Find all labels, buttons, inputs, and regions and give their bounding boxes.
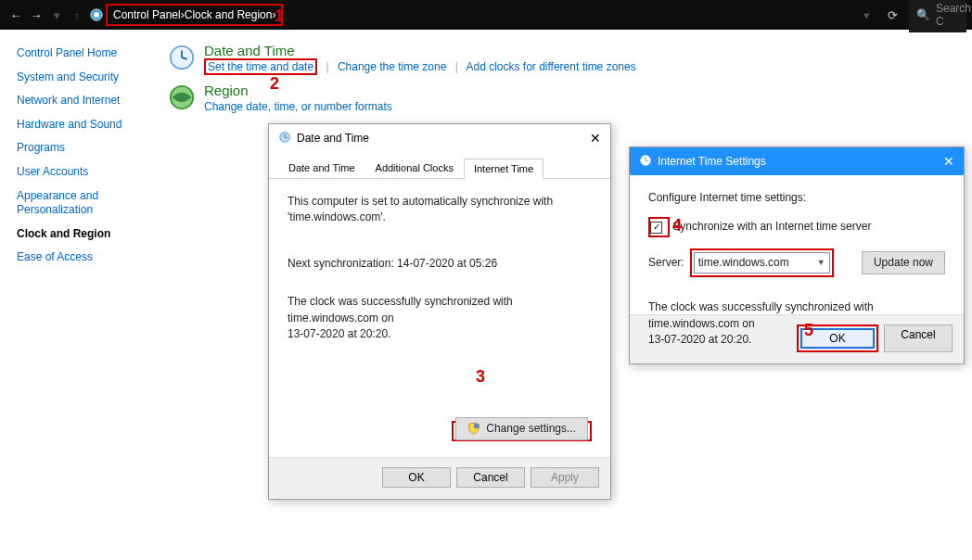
change-formats-link[interactable]: Change date, time, or number formats <box>204 100 392 113</box>
sidebar-item-network[interactable]: Network and Internet <box>17 94 158 108</box>
sync-checkbox[interactable] <box>650 222 662 234</box>
address-bar: ← → ▾ ↑ Control Panel › Clock and Region… <box>0 0 972 30</box>
search-input[interactable]: 🔍 Search C <box>909 0 966 32</box>
back-button[interactable]: ← <box>6 8 26 22</box>
history-dropdown[interactable]: ▾ <box>46 8 67 22</box>
cancel-button[interactable]: Cancel <box>884 325 953 352</box>
server-label: Server: <box>648 255 684 271</box>
sync-checkbox-highlight <box>648 217 670 236</box>
ok-button[interactable]: OK <box>382 467 451 488</box>
search-placeholder: Search C <box>936 2 971 28</box>
last-sync-text-1: The clock was successfully synchronized … <box>288 294 592 326</box>
change-settings-highlight: Change settings... <box>452 421 592 441</box>
dialog-title: Date and Time <box>297 132 369 145</box>
sidebar-item-hardware[interactable]: Hardware and Sound <box>17 118 158 133</box>
change-settings-button[interactable]: Change settings... <box>455 417 588 440</box>
add-clocks-link[interactable]: Add clocks for different time zones <box>466 60 635 73</box>
control-panel-icon <box>87 6 106 24</box>
tab-internet-time[interactable]: Internet Time <box>464 159 544 179</box>
sync-checkbox-label[interactable]: Synchronize with an Internet time server <box>672 221 871 234</box>
tab-strip: Date and Time Additional Clocks Internet… <box>269 152 610 179</box>
sidebar-item-appearance[interactable]: Appearance and Personalization <box>17 189 158 218</box>
annotation-1: 1 <box>275 6 284 26</box>
dialog-title: Internet Time Settings <box>658 155 766 168</box>
dropdown-caret-icon: ▼ <box>817 257 825 269</box>
up-button[interactable]: ↑ <box>67 8 87 22</box>
addr-dropdown-icon[interactable]: ▾ <box>856 8 876 22</box>
globe-icon <box>167 83 197 112</box>
cancel-button[interactable]: Cancel <box>456 467 525 488</box>
sidebar-item-users[interactable]: User Accounts <box>17 165 158 180</box>
configure-heading: Configure Internet time settings: <box>648 190 945 206</box>
sidebar-item-clock[interactable]: Clock and Region <box>17 227 158 242</box>
set-time-date-link[interactable]: Set the time and date <box>204 58 317 75</box>
server-value: time.windows.com <box>698 255 789 271</box>
close-button[interactable]: ✕ <box>590 131 601 146</box>
server-select[interactable]: time.windows.com ▼ <box>694 252 830 274</box>
change-settings-label: Change settings... <box>486 421 576 437</box>
search-icon: 🔍 <box>916 8 930 21</box>
uac-shield-icon <box>467 422 480 435</box>
close-button[interactable]: ✕ <box>943 154 954 169</box>
dialog-icon <box>639 154 652 170</box>
internet-time-settings-dialog: Internet Time Settings ✕ Configure Inter… <box>629 146 965 364</box>
svg-rect-1 <box>94 12 98 17</box>
link-divider: | <box>455 60 458 73</box>
dialog-icon <box>278 131 291 146</box>
sidebar-item-ease[interactable]: Ease of Access <box>17 250 158 265</box>
sidebar-item-programs[interactable]: Programs <box>17 141 158 156</box>
server-select-highlight: time.windows.com ▼ <box>690 248 834 277</box>
tab-date-time[interactable]: Date and Time <box>278 158 365 178</box>
datetime-heading[interactable]: Date and Time <box>204 43 636 58</box>
date-time-dialog: Date and Time ✕ Date and Time Additional… <box>268 123 611 500</box>
sidebar: Control Panel Home System and Security N… <box>0 30 158 560</box>
sidebar-item-system[interactable]: System and Security <box>17 70 158 85</box>
dialog-titlebar[interactable]: Internet Time Settings ✕ <box>630 147 964 175</box>
change-timezone-link[interactable]: Change the time zone <box>338 60 446 73</box>
breadcrumb[interactable]: Control Panel › Clock and Region › <box>106 4 283 26</box>
annotation-3: 3 <box>476 367 485 387</box>
sync-status-text: This computer is set to automatically sy… <box>288 194 592 226</box>
breadcrumb-root[interactable]: Control Panel <box>113 8 181 21</box>
sidebar-item-home[interactable]: Control Panel Home <box>17 46 158 61</box>
clock-icon <box>167 43 197 72</box>
breadcrumb-current[interactable]: Clock and Region <box>185 8 273 21</box>
annotation-4: 4 <box>672 216 682 235</box>
region-heading[interactable]: Region <box>204 83 392 98</box>
annotation-2: 2 <box>270 74 279 94</box>
last-sync-text-2: 13-07-2020 at 20:20. <box>288 326 592 342</box>
tab-additional-clocks[interactable]: Additional Clocks <box>365 158 464 178</box>
forward-button[interactable]: → <box>26 8 46 22</box>
update-now-button[interactable]: Update now <box>862 251 945 274</box>
next-sync-text: Next synchronization: 14-07-2020 at 05:2… <box>288 256 592 272</box>
dialog-titlebar[interactable]: Date and Time ✕ <box>269 124 610 152</box>
apply-button: Apply <box>531 467 599 488</box>
link-divider: | <box>326 60 328 73</box>
annotation-5: 5 <box>804 321 813 340</box>
refresh-button[interactable]: ⟳ <box>888 8 898 22</box>
